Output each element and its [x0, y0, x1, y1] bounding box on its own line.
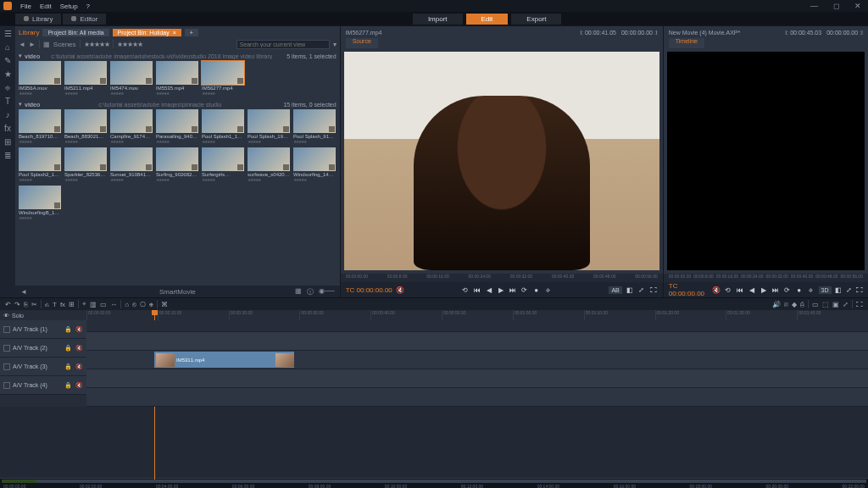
- clip-thumbnail[interactable]: IM5211.mp4★★★★★: [64, 61, 107, 96]
- track-header[interactable]: A/V Track (2)🔒🔇: [0, 339, 86, 358]
- tl-tool-right-2[interactable]: ◆: [792, 301, 797, 308]
- tl-tool-left-7[interactable]: ⊞: [69, 301, 75, 308]
- tab-library[interactable]: Library: [15, 14, 61, 25]
- clip-thumbnail[interactable]: IM5474.mov★★★★★: [110, 61, 153, 96]
- tl-tool-left-1[interactable]: ↷: [14, 301, 20, 308]
- source-ruler[interactable]: 00:00:00.0000:00:8.0000:00:16.0000:00:24…: [341, 274, 663, 282]
- library-search-input[interactable]: [236, 40, 330, 49]
- track-mute-icon[interactable]: 🔇: [75, 326, 83, 333]
- clip-thumbnail[interactable]: Sparkler_82536…★★★★★: [64, 147, 107, 182]
- strip-home-icon[interactable]: ⌂: [3, 43, 12, 52]
- footer-grid-icon[interactable]: ▦: [295, 287, 302, 297]
- clip-thumbnail[interactable]: Campfire_91740…★★★★★: [110, 109, 153, 144]
- tl-tool-right-5[interactable]: ⬚: [822, 301, 829, 308]
- timeline-track-area[interactable]: IM5311.mp4: [86, 320, 868, 407]
- strip-star-icon[interactable]: ★: [3, 70, 12, 79]
- tl-tool-left-2[interactable]: ⎘: [24, 301, 28, 308]
- mode-import-button[interactable]: Import: [413, 14, 463, 25]
- source-viewport[interactable]: [344, 52, 659, 270]
- menu-setup[interactable]: Setup: [60, 3, 78, 10]
- program-fullscreen-icon[interactable]: ⛶: [856, 286, 863, 294]
- track-mute-icon[interactable]: 🔇: [75, 363, 83, 370]
- strip-audio-icon[interactable]: ♪: [3, 111, 12, 119]
- track-color-icon[interactable]: [3, 326, 10, 333]
- program-transport-btn-2[interactable]: ◀: [748, 286, 756, 294]
- tl-tool-right-0[interactable]: 🔊: [772, 301, 781, 308]
- source-fullscreen-icon[interactable]: ⛶: [649, 286, 658, 294]
- rating-filter[interactable]: ★★★★★: [84, 41, 109, 48]
- track-lock-icon[interactable]: 🔒: [64, 345, 72, 352]
- strip-transition-icon[interactable]: ⎆: [3, 84, 12, 92]
- timeline-ruler[interactable]: 00:00:00.0000:00:10.0000:00:20.0000:00:3…: [86, 310, 868, 320]
- tl-tool-right-8[interactable]: ⛶: [856, 301, 863, 308]
- strip-menu-icon[interactable]: ☰: [3, 30, 12, 38]
- footer-info-icon[interactable]: ⓘ: [307, 287, 314, 297]
- smartmovie-button[interactable]: SmartMovie: [159, 288, 196, 296]
- timeline-track[interactable]: [86, 332, 868, 351]
- program-transport-btn-0[interactable]: ⟲: [724, 286, 732, 294]
- clip-thumbnail[interactable]: IM56277.mp4★★★★★: [202, 61, 244, 96]
- footer-slider-icon[interactable]: ◉──: [319, 287, 334, 297]
- tl-tool-left-11[interactable]: ↔: [110, 301, 117, 308]
- mode-export-button[interactable]: Export: [511, 14, 561, 25]
- track-lock-icon[interactable]: 🔒: [64, 382, 72, 389]
- nav-fwd-icon[interactable]: ►: [29, 41, 36, 48]
- timeline-overview[interactable]: 00:00:00.0000:02:00.0000:04:00.0000:06:0…: [0, 478, 868, 488]
- program-transport-btn-5[interactable]: ⟳: [783, 286, 792, 294]
- strip-list-icon[interactable]: ≣: [3, 152, 12, 160]
- track-header[interactable]: A/V Track (3)🔒🔇: [0, 358, 86, 376]
- source-transport-btn-6[interactable]: ●: [532, 286, 541, 294]
- clip-thumbnail[interactable]: surfwave_s0420…★★★★★: [248, 147, 290, 182]
- tab-editor[interactable]: Editor: [63, 14, 106, 25]
- timeline-track[interactable]: [86, 388, 868, 407]
- view-mode-icon[interactable]: ▦: [43, 41, 50, 48]
- nav-back-icon[interactable]: ◄: [19, 41, 25, 48]
- program-transport-btn-4[interactable]: ⏭: [771, 286, 780, 294]
- track-header[interactable]: A/V Track (1)🔒🔇: [0, 320, 86, 339]
- tl-tool-left-0[interactable]: ↶: [5, 301, 11, 308]
- tl-tool-left-9[interactable]: ▥: [90, 301, 97, 308]
- section-collapse-icon[interactable]: ▾: [19, 101, 22, 108]
- track-color-icon[interactable]: [3, 382, 10, 389]
- tl-tool-left-4[interactable]: ⎌: [45, 301, 49, 308]
- clip-thumbnail[interactable]: Windsurfing_14…★★★★★: [293, 147, 336, 182]
- tl-tool-right-1[interactable]: ⎚: [784, 301, 788, 308]
- timeline-track[interactable]: [86, 369, 868, 388]
- track-color-icon[interactable]: [3, 363, 10, 370]
- track-lock-icon[interactable]: 🔒: [64, 326, 72, 333]
- tl-tool-left-3[interactable]: ✂: [31, 301, 37, 308]
- clip-thumbnail[interactable]: WindsurfingB_12…★★★★★: [19, 186, 61, 220]
- program-tab[interactable]: Timeline: [669, 38, 704, 48]
- program-marker-icon[interactable]: ◧: [835, 286, 842, 294]
- clip-thumbnail[interactable]: Pool Splash_917…★★★★★: [293, 109, 336, 144]
- track-header[interactable]: A/V Track (4)🔒🔇: [0, 376, 86, 395]
- clip-thumbnail[interactable]: IM5535.mp4★★★★★: [156, 61, 198, 96]
- tl-tool-left-15[interactable]: ⎈: [149, 301, 153, 308]
- tl-tool-left-6[interactable]: fx: [60, 301, 65, 308]
- timeline-track[interactable]: IM5311.mp4: [86, 351, 868, 369]
- source-transport-btn-4[interactable]: ⏭: [509, 286, 517, 294]
- program-transport-btn-1[interactable]: ⏮: [736, 286, 744, 294]
- tl-tool-left-16[interactable]: ⌘: [161, 301, 168, 308]
- clip-thumbnail[interactable]: Surfing_902682…★★★★★: [156, 147, 198, 182]
- filter-icon[interactable]: ▾: [333, 41, 337, 48]
- clip-thumbnail[interactable]: Pool Splash1_1…★★★★★: [202, 109, 244, 144]
- source-sound-icon[interactable]: 🔇: [396, 286, 404, 294]
- clip-thumbnail[interactable]: Sunset_91084171…★★★★★: [110, 147, 153, 182]
- clip-thumbnail[interactable]: Beach_883021…★★★★★: [64, 109, 107, 144]
- program-transport-btn-7[interactable]: ⎆: [807, 286, 815, 294]
- rating-filter-2[interactable]: ★★★★★: [117, 41, 142, 48]
- track-mute-icon[interactable]: 🔇: [75, 382, 83, 389]
- clip-thumbnail[interactable]: Parasailing_940…★★★★★: [156, 109, 198, 144]
- scenes-button[interactable]: Scenes: [53, 41, 76, 48]
- clip-thumbnail[interactable]: Pool Splash2_117…★★★★★: [19, 147, 61, 182]
- track-color-icon[interactable]: [3, 345, 10, 352]
- menu-file[interactable]: File: [20, 3, 31, 10]
- source-ab-button[interactable]: AB: [609, 286, 621, 294]
- eye-icon[interactable]: 👁: [3, 313, 9, 319]
- library-tab-holiday[interactable]: Project Bin: Holiday×: [113, 29, 181, 36]
- track-lock-icon[interactable]: 🔒: [64, 363, 72, 370]
- tl-tool-left-10[interactable]: ▭: [100, 301, 107, 308]
- tl-tool-left-5[interactable]: T: [53, 301, 57, 308]
- tl-tool-left-8[interactable]: ⌖: [82, 300, 86, 308]
